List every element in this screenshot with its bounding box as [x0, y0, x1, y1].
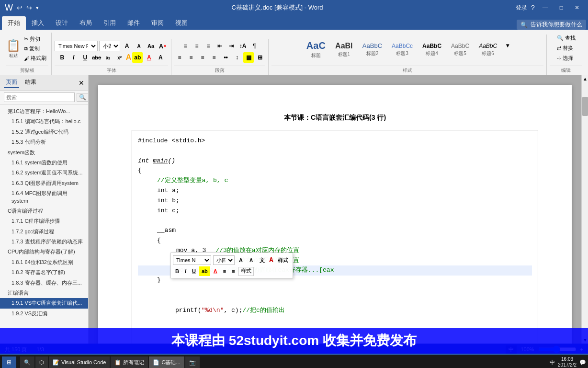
sidebar-tab-page[interactable]: 页面: [4, 77, 19, 88]
tab-references[interactable]: 引用: [98, 16, 122, 30]
font-name-select[interactable]: Times New R: [55, 41, 98, 51]
highlight-color-button[interactable]: ab: [132, 52, 143, 63]
mt-font-select[interactable]: Times N: [173, 255, 211, 265]
char-shading-button[interactable]: A: [155, 52, 166, 63]
style-heading5[interactable]: AaBbC 标题5: [447, 41, 474, 59]
mt-format-button[interactable]: 文: [257, 255, 267, 265]
mt-underline-button[interactable]: U: [190, 266, 198, 276]
font-shrink-button[interactable]: A: [134, 41, 144, 51]
minimize-button[interactable]: —: [539, 3, 552, 12]
sidebar-item-3[interactable]: 1.5.3 代码分析: [0, 137, 88, 147]
sidebar-item-0[interactable]: 第1C语言程序：HelloWo...: [0, 106, 88, 116]
mt-italic-button[interactable]: I: [182, 266, 189, 276]
sidebar-item-19[interactable]: 1.9.2 VS反汇编: [0, 309, 88, 319]
cut-button[interactable]: ✂ 剪切: [22, 34, 48, 44]
vertical-scrollbar[interactable]: ▲ ▼: [581, 75, 588, 344]
sidebar-item-15[interactable]: 1.8.2 寄存器名字(了解): [0, 267, 88, 277]
mt-list2-button[interactable]: ≡: [229, 266, 237, 276]
sidebar-item-6[interactable]: 1.6.2 system返回值不同系统...: [0, 168, 88, 178]
mt-shrink-button[interactable]: A: [247, 255, 255, 265]
sidebar-item-14[interactable]: 1.8.1 64位和32位系统区别: [0, 257, 88, 267]
show-marks-button[interactable]: ¶: [249, 41, 260, 51]
style-heading2[interactable]: AaBbC 标题2: [358, 40, 386, 59]
mt-size-select[interactable]: 小四: [213, 255, 235, 265]
numbering-button[interactable]: ≡: [192, 41, 202, 51]
sidebar-item-5[interactable]: 1.6.1 system函数的使用: [0, 158, 88, 168]
copy-button[interactable]: ⧉ 复制: [22, 44, 48, 53]
mt-style-button[interactable]: 样式: [275, 255, 291, 265]
sidebar-item-9[interactable]: C语言编译过程: [0, 206, 88, 216]
align-left-button[interactable]: ≡: [174, 52, 185, 63]
help-icon[interactable]: ?: [531, 4, 535, 12]
font-size-select[interactable]: 小四: [99, 41, 120, 51]
mt-font-color-button[interactable]: A: [211, 266, 220, 276]
code-block[interactable]: #include <stdio.h> int main() { //定义整型变量…: [132, 130, 538, 344]
taskbar-search[interactable]: 🔍: [20, 356, 34, 368]
multilevel-button[interactable]: ≡: [203, 41, 214, 51]
sidebar-item-10[interactable]: 1.7.1 C程序编译步骤: [0, 216, 88, 226]
strikethrough-button[interactable]: abc: [91, 52, 102, 63]
select-button[interactable]: ⊹ 选择: [555, 54, 575, 63]
bold-button[interactable]: B: [57, 52, 68, 63]
sidebar-item-12[interactable]: 1.7.3 查找程序所依赖的动态库: [0, 237, 88, 247]
styles-more-button[interactable]: ▾: [502, 40, 513, 51]
tab-insert[interactable]: 插入: [26, 16, 50, 30]
doc-area[interactable]: 本节课：C语言嵌套汇编代码(3 行) #include <stdio.h> in…: [89, 75, 581, 344]
sidebar-item-1[interactable]: 1.5.1 编写C语言代码：hello.c: [0, 116, 88, 126]
borders-button[interactable]: ⊞: [255, 52, 265, 63]
taskbar-notification-icon[interactable]: 💬: [579, 359, 586, 366]
columns-button[interactable]: ⦁⦁: [220, 52, 231, 63]
tab-review[interactable]: 审阅: [146, 16, 170, 30]
tab-home[interactable]: 开始: [2, 16, 26, 30]
taskbar-word[interactable]: 📄 C基础...: [149, 356, 184, 368]
sidebar-item-4[interactable]: system函数: [0, 148, 88, 158]
sidebar-item-13[interactable]: CPU内部结构与寄存器(了解): [0, 247, 88, 257]
sidebar-tab-results[interactable]: 结果: [23, 77, 38, 88]
change-case-button[interactable]: Aa: [146, 41, 156, 51]
subscript-button[interactable]: x₂: [103, 52, 113, 63]
style-heading[interactable]: AaC 标题: [302, 38, 330, 61]
login-button[interactable]: 登录: [516, 4, 527, 12]
sidebar-search-button[interactable]: 🔍: [77, 93, 89, 102]
taskbar-vscode[interactable]: 📝 Visual Studio Code: [49, 356, 110, 368]
para-shading-button[interactable]: ▦: [243, 52, 254, 63]
superscript-button[interactable]: x²: [114, 52, 125, 63]
style-heading6[interactable]: AaBbC 标题6: [475, 41, 501, 59]
sidebar-item-11[interactable]: 1.7.2 gcc编译过程: [0, 227, 88, 237]
maximize-button[interactable]: □: [556, 3, 567, 12]
sidebar-item-8[interactable]: 1.6.4 MFC图形界面调用system: [0, 188, 88, 206]
taskbar-other[interactable]: 📷: [185, 356, 200, 368]
tab-design[interactable]: 设计: [50, 16, 74, 30]
mt-grow-button[interactable]: A: [237, 255, 245, 265]
mt-bold-button[interactable]: B: [173, 266, 181, 276]
sidebar-item-7[interactable]: 1.6.3 Qt图形界面调用system: [0, 178, 88, 188]
start-button[interactable]: ⊞: [2, 356, 16, 368]
format-painter-button[interactable]: 🖌 格式刷: [22, 54, 48, 63]
increase-indent-button[interactable]: ⇥: [226, 41, 237, 51]
mt-list1-button[interactable]: ≡: [221, 266, 228, 276]
sidebar-close-button[interactable]: ✕: [79, 79, 84, 87]
taskbar-notes[interactable]: 📋 所有笔记: [111, 356, 148, 368]
align-right-button[interactable]: ≡: [197, 52, 208, 63]
tab-layout[interactable]: 布局: [74, 16, 98, 30]
close-button[interactable]: ✕: [571, 3, 583, 12]
style-heading3[interactable]: AaBbCc 标题3: [387, 41, 417, 59]
ribbon-search[interactable]: 🔍 告诉我你想要做什么: [517, 20, 586, 30]
sidebar-item-2[interactable]: 1.5.2 通过gcc编译C代码: [0, 127, 88, 137]
replace-button[interactable]: ⇄ 替换: [555, 44, 575, 53]
underline-button[interactable]: U: [80, 52, 90, 63]
clear-format-button[interactable]: A ✕: [158, 41, 168, 51]
justify-button[interactable]: ≡: [209, 52, 219, 63]
quick-access-undo[interactable]: ↩: [17, 4, 23, 12]
sidebar-item-18[interactable]: 1.9.1 VS中C语言嵌套汇编代...: [0, 298, 88, 308]
italic-button[interactable]: I: [68, 52, 79, 63]
mt-highlight-button[interactable]: ab: [199, 266, 210, 276]
sidebar-item-17[interactable]: 汇编语言: [0, 288, 88, 298]
align-center-button[interactable]: ≡: [186, 52, 196, 63]
sidebar-item-16[interactable]: 1.8.3 寄存器、缓存、内存三...: [0, 278, 88, 288]
sort-button[interactable]: ↕A: [237, 41, 248, 51]
style-heading4[interactable]: AaBbC 标题4: [418, 41, 446, 59]
scroll-thumb[interactable]: [582, 97, 588, 116]
taskbar-cortana[interactable]: ⬡: [35, 356, 48, 368]
find-button[interactable]: 🔍 查找: [555, 34, 577, 43]
